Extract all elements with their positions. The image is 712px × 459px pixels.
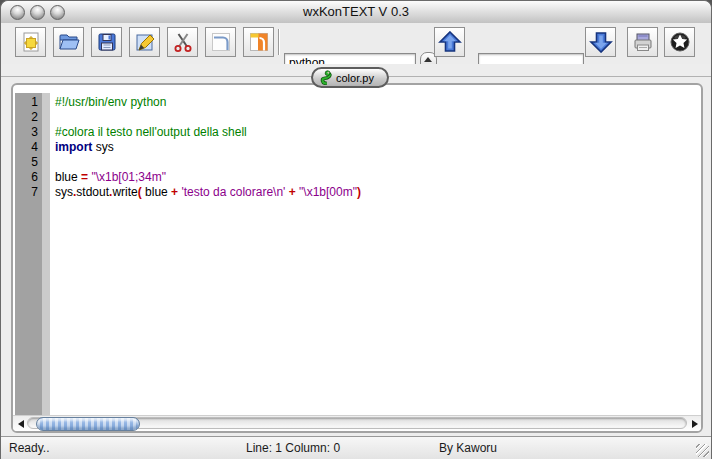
code-token-op: = xyxy=(81,170,91,184)
code-token-op: + xyxy=(289,185,299,199)
about-globe-button[interactable] xyxy=(664,27,695,57)
tab-label: color.py xyxy=(336,72,374,84)
open-button[interactable] xyxy=(53,27,84,57)
line-number: 2 xyxy=(15,110,42,125)
gutter-numbers: 1234567 xyxy=(15,93,42,416)
print-button[interactable] xyxy=(627,27,658,57)
status-bar: Ready.. Line: 1 Column: 0 By Kaworu xyxy=(1,436,711,459)
new-icon xyxy=(20,31,42,53)
fold-margin xyxy=(42,93,50,416)
code-token-str: 'testo da colorare\n' xyxy=(181,185,288,199)
code-token-op: + xyxy=(171,185,181,199)
code-token-kw: import xyxy=(55,140,92,154)
line-number: 3 xyxy=(15,125,42,140)
code-token-com: #!/usr/bin/env python xyxy=(55,95,166,109)
cut-button[interactable] xyxy=(167,27,198,57)
open-icon xyxy=(58,31,80,53)
line-number: 6 xyxy=(15,170,42,185)
tab-color-py[interactable]: color.py xyxy=(311,67,389,88)
undo-icon xyxy=(210,31,232,53)
code-token-str: "\x1b[00m" xyxy=(299,185,357,199)
scrollbar-thumb[interactable] xyxy=(36,417,140,431)
code-line[interactable] xyxy=(55,155,701,170)
undo-button[interactable] xyxy=(205,27,236,57)
toolbar-separator xyxy=(278,29,279,55)
edit-icon xyxy=(134,31,156,53)
line-number: 7 xyxy=(15,185,42,200)
editor-panel: 1234567 #!/usr/bin/env python#colora il … xyxy=(11,83,703,433)
cut-icon xyxy=(172,31,194,53)
search-up-button[interactable] xyxy=(434,27,465,57)
code-line[interactable]: import sys xyxy=(55,140,701,155)
toolbar xyxy=(1,23,711,65)
code-token-com: #colora il testo nell'output della shell xyxy=(55,125,247,139)
line-number: 1 xyxy=(15,95,42,110)
arrow-up-icon xyxy=(437,29,463,55)
snake-icon xyxy=(319,70,332,85)
code-line[interactable]: #!/usr/bin/env python xyxy=(55,95,701,110)
code-token-op: ) xyxy=(357,185,361,199)
code-token-id: blue xyxy=(142,185,171,199)
line-number: 4 xyxy=(15,140,42,155)
status-credit-text: By Kaworu xyxy=(439,441,497,455)
redo-icon xyxy=(248,31,270,53)
status-cursor-position: Line: 1 Column: 0 xyxy=(246,441,340,455)
code-line[interactable]: blue = "\x1b[01;34m" xyxy=(55,170,701,185)
code-token-id: blue xyxy=(55,170,81,184)
app-window: wxKonTEXT V 0.3 xyxy=(0,0,712,459)
code-token-id: write xyxy=(112,185,137,199)
search-down-button[interactable] xyxy=(585,27,616,57)
edit-button[interactable] xyxy=(129,27,160,57)
code-token-str: "\x1b[01;34m" xyxy=(91,170,166,184)
code-line[interactable] xyxy=(55,110,701,125)
window-title: wxKonTEXT V 0.3 xyxy=(1,1,711,23)
code-line[interactable]: sys.stdout.write( blue + 'testo da color… xyxy=(55,185,701,200)
code-token-id: sys xyxy=(55,185,73,199)
save-icon xyxy=(96,31,118,53)
line-number: 5 xyxy=(15,155,42,170)
horizontal-scrollbar[interactable] xyxy=(13,415,701,431)
redo-button[interactable] xyxy=(243,27,274,57)
save-button[interactable] xyxy=(91,27,122,57)
arrow-down-icon xyxy=(588,29,614,55)
title-bar[interactable]: wxKonTEXT V 0.3 xyxy=(1,1,711,24)
status-ready-text: Ready.. xyxy=(9,441,49,455)
scroll-left-icon[interactable] xyxy=(18,420,24,428)
scroll-right-icon[interactable] xyxy=(692,420,698,428)
scrollbar-track[interactable] xyxy=(27,417,687,429)
code-lines[interactable]: #!/usr/bin/env python#colora il testo ne… xyxy=(50,93,701,416)
code-token-id: stdout xyxy=(76,185,109,199)
print-icon xyxy=(632,31,654,53)
code-line[interactable]: #colora il testo nell'output della shell xyxy=(55,125,701,140)
new-button[interactable] xyxy=(15,27,46,57)
resize-grip-icon[interactable] xyxy=(696,444,709,457)
code-token-id: sys xyxy=(92,140,113,154)
stepper-up-icon xyxy=(424,57,432,62)
globe-icon xyxy=(669,31,691,53)
